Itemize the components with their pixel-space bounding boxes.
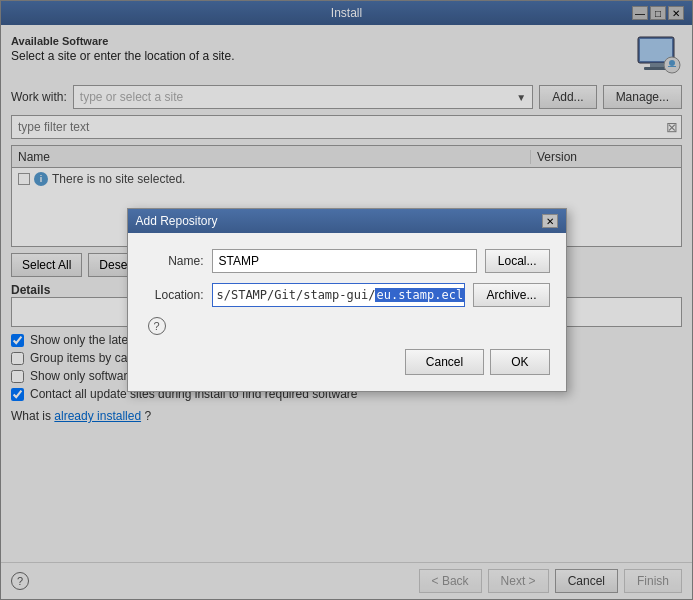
name-label: Name: <box>144 254 204 268</box>
name-field-row: Name: Local... <box>144 249 550 273</box>
dialog-title: Add Repository <box>136 214 218 228</box>
location-label: Location: <box>144 288 204 302</box>
dialog-help-row: ? <box>144 317 550 335</box>
dialog-buttons: Cancel OK <box>144 345 550 375</box>
location-prefix: s/STAMP/Git/stamp-gui/ <box>213 288 376 302</box>
dialog-help-icon[interactable]: ? <box>148 317 166 335</box>
local-button[interactable]: Local... <box>485 249 550 273</box>
name-input[interactable] <box>212 249 477 273</box>
dialog-ok-button[interactable]: OK <box>490 349 549 375</box>
add-repository-dialog: Add Repository ✕ Name: Local... Location… <box>127 208 567 392</box>
dialog-title-bar: Add Repository ✕ <box>128 209 566 233</box>
dialog-overlay: Add Repository ✕ Name: Local... Location… <box>0 0 693 600</box>
archive-button[interactable]: Archive... <box>473 283 549 307</box>
dialog-body: Name: Local... Location: s/STAMP/Git/sta… <box>128 233 566 391</box>
dialog-cancel-button[interactable]: Cancel <box>405 349 484 375</box>
dialog-close-button[interactable]: ✕ <box>542 214 558 228</box>
location-input-container[interactable]: s/STAMP/Git/stamp-gui/eu.stamp.eclipse.u… <box>212 283 466 307</box>
location-highlighted: eu.stamp.eclipse.updatesite/ <box>375 288 465 302</box>
location-field-row: Location: s/STAMP/Git/stamp-gui/eu.stamp… <box>144 283 550 307</box>
